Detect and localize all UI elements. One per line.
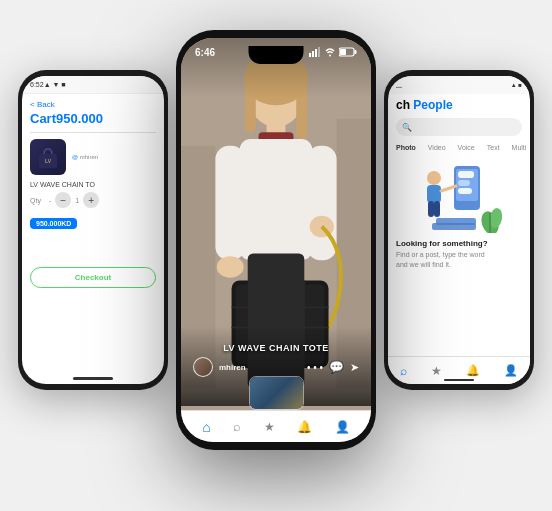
- phones-container: 6:52 ▲ ▼ ■ < Back Cart950.000 LV: [0, 0, 552, 511]
- right-home-indicator: [444, 379, 474, 381]
- svg-rect-35: [458, 171, 474, 178]
- right-illustration: [388, 155, 530, 235]
- bag-icon: LV: [35, 144, 61, 170]
- center-bottom-nav: ⌂ ⌕ ★ 🔔 👤: [181, 410, 371, 442]
- svg-rect-26: [312, 51, 314, 57]
- center-thumbnail[interactable]: [249, 376, 304, 410]
- right-search-icon: 🔍: [402, 123, 412, 132]
- left-screen: 6:52 ▲ ▼ ■ < Back Cart950.000 LV: [22, 76, 164, 384]
- svg-rect-25: [309, 53, 311, 57]
- svg-rect-36: [458, 180, 470, 186]
- right-looking-title: Looking for something?: [388, 235, 530, 250]
- right-tab-photo[interactable]: Photo: [392, 142, 420, 153]
- center-time: 6:46: [195, 47, 215, 58]
- right-tab-voice[interactable]: Voice: [454, 142, 479, 153]
- left-status-icons: ▲ ▼ ■: [44, 81, 66, 88]
- right-desc-line2: and we will find it.: [388, 260, 530, 270]
- phone-center: LV 6:46: [176, 30, 376, 450]
- svg-rect-12: [215, 146, 245, 260]
- right-tab-text[interactable]: Text: [483, 142, 504, 153]
- svg-rect-28: [318, 47, 320, 57]
- svg-text:LV: LV: [45, 158, 52, 164]
- right-time: ...: [396, 82, 402, 89]
- right-illustration-svg: [414, 158, 504, 233]
- right-screen: ... ▲ ■ ch People 🔍 Photo Video Voice Te…: [388, 76, 530, 384]
- center-user-avatar: [193, 357, 213, 377]
- svg-rect-41: [428, 201, 434, 217]
- right-tabs: Photo Video Voice Text Multi: [388, 138, 530, 155]
- center-nav-star[interactable]: ★: [264, 420, 275, 434]
- center-thumbnail-strip: [181, 376, 371, 410]
- wifi-icon: [325, 47, 335, 57]
- center-send-icon[interactable]: ➤: [350, 361, 359, 374]
- center-user-bar: mhiren • • • 💬 ➤: [181, 357, 371, 377]
- center-screen: LV 6:46: [181, 38, 371, 442]
- left-cart-title: Cart950.000: [22, 111, 164, 132]
- left-home-indicator: [73, 377, 113, 380]
- svg-rect-47: [432, 223, 476, 230]
- svg-rect-42: [434, 201, 440, 217]
- thumb-landscape-image: [250, 377, 303, 409]
- right-desc-line1: Find or a post, type the word: [388, 250, 530, 260]
- svg-rect-11: [240, 139, 313, 260]
- center-status-icons: [309, 47, 357, 57]
- right-nav-star[interactable]: ★: [431, 364, 442, 378]
- svg-point-38: [427, 171, 441, 185]
- center-notch: [249, 46, 304, 64]
- right-tab-multi[interactable]: Multi: [508, 142, 530, 153]
- left-item-image: LV: [30, 139, 66, 175]
- phone-left: 6:52 ▲ ▼ ■ < Back Cart950.000 LV: [18, 70, 168, 390]
- phone-right: ... ▲ ■ ch People 🔍 Photo Video Voice Te…: [384, 70, 534, 390]
- svg-point-29: [329, 55, 331, 57]
- svg-line-40: [441, 186, 456, 191]
- center-nav-bell[interactable]: 🔔: [297, 420, 312, 434]
- right-header-prefix: ch: [396, 98, 413, 112]
- qty-plus[interactable]: +: [83, 192, 99, 208]
- battery-icon: [339, 47, 357, 57]
- center-username: mhiren: [219, 363, 301, 372]
- right-header-main: People: [413, 98, 452, 112]
- right-nav-bell[interactable]: 🔔: [466, 364, 480, 377]
- svg-rect-8: [296, 78, 307, 139]
- center-nav-home[interactable]: ⌂: [202, 419, 210, 435]
- signal-icon: [309, 47, 321, 57]
- svg-rect-7: [245, 78, 256, 132]
- qty-minus[interactable]: −: [55, 192, 71, 208]
- right-nav-profile[interactable]: 👤: [504, 364, 518, 377]
- left-item-desc: LV WAVE CHAIN TO: [22, 181, 164, 188]
- right-tab-video[interactable]: Video: [424, 142, 450, 153]
- center-chat-icon[interactable]: 💬: [329, 360, 344, 374]
- price-badge: 950.000KD: [30, 218, 77, 229]
- left-item-user: @ mhiren: [72, 154, 156, 160]
- center-nav-profile[interactable]: 👤: [335, 420, 350, 434]
- center-nav-search[interactable]: ⌕: [233, 419, 241, 434]
- right-header: ch People: [388, 94, 530, 116]
- svg-point-14: [217, 256, 244, 278]
- svg-rect-32: [340, 49, 346, 55]
- left-qty: Qty - − 1 +: [22, 188, 164, 212]
- svg-rect-39: [427, 185, 441, 203]
- right-search-bar[interactable]: 🔍: [396, 118, 522, 136]
- right-status-bar: ... ▲ ■: [388, 76, 530, 94]
- left-time: 6:52: [30, 81, 44, 88]
- left-item-info: @ mhiren: [72, 154, 156, 160]
- left-status-bar: 6:52 ▲ ▼ ■: [22, 76, 164, 94]
- center-dots-icon: • • •: [307, 362, 323, 373]
- left-back-button[interactable]: < Back: [22, 94, 164, 111]
- left-cart-item: LV @ mhiren: [22, 133, 164, 181]
- svg-rect-37: [458, 188, 472, 194]
- checkout-button[interactable]: Checkout: [30, 267, 156, 288]
- center-product-name: LV WAVE CHAIN TOTE: [181, 343, 371, 353]
- svg-rect-27: [315, 49, 317, 57]
- right-nav-search[interactable]: ⌕: [400, 364, 407, 378]
- svg-rect-31: [354, 50, 356, 54]
- right-status-icons: ▲ ■: [511, 82, 522, 88]
